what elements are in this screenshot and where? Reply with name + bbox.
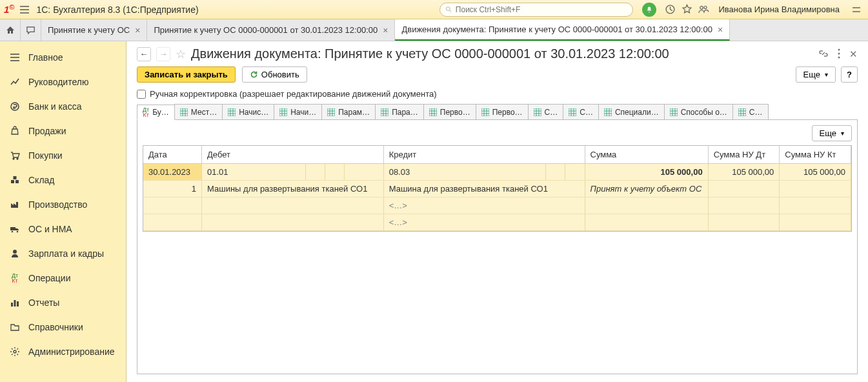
svg-rect-26 <box>228 108 236 116</box>
col-sum-nu-kt[interactable]: Сумма НУ Кт <box>780 146 851 164</box>
close-page-icon[interactable]: ✕ <box>849 48 858 60</box>
tab-1[interactable]: Принятие к учету ОС 0000-000001 от 30.01… <box>147 19 395 41</box>
search-input[interactable] <box>456 5 628 14</box>
favorite-star-icon[interactable]: ☆ <box>176 47 186 61</box>
cell-placeholder[interactable]: <…> <box>383 214 585 231</box>
cell-credit-acc[interactable]: 08.03 <box>383 164 545 181</box>
itab-label: Перво… <box>492 108 523 117</box>
svg-rect-9 <box>15 180 19 183</box>
nav-hr[interactable]: Зарплата и кадры <box>0 241 126 266</box>
table-row[interactable]: <…> <box>143 197 851 214</box>
window-tabs: Принятие к учету ОС × Принятие к учету О… <box>0 19 868 41</box>
cell-comment[interactable]: Принят к учету объект ОС <box>585 181 708 197</box>
close-icon[interactable]: × <box>383 25 388 35</box>
refresh-button[interactable]: Обновить <box>242 66 307 83</box>
svg-rect-66 <box>604 108 612 116</box>
svg-rect-14 <box>11 303 13 307</box>
table-row[interactable]: <…> <box>143 214 851 231</box>
nav-sales[interactable]: Продажи <box>0 119 126 143</box>
nav-purchases[interactable]: Покупки <box>0 143 126 168</box>
itab-7[interactable]: Перво… <box>476 104 529 119</box>
user-name[interactable]: Иванова Ирина Владимировна <box>718 5 840 14</box>
history-icon[interactable] <box>664 4 676 15</box>
grid-icon <box>327 108 335 116</box>
nav-warehouse[interactable]: Склад <box>0 168 126 192</box>
itab-9[interactable]: С… <box>563 104 599 119</box>
itab-10[interactable]: Специали… <box>598 104 665 119</box>
nav-main[interactable]: Главное <box>0 45 126 70</box>
nav-bank[interactable]: Банк и касса <box>0 94 126 119</box>
write-close-button[interactable]: Записать и закрыть <box>137 66 236 83</box>
nav-operations[interactable]: ДтКтОперации <box>0 266 126 290</box>
chart-line-icon <box>9 76 21 88</box>
close-icon[interactable]: × <box>718 25 723 35</box>
sidebar: Главное Руководителю Банк и касса Продаж… <box>0 41 126 382</box>
back-button[interactable]: ← <box>137 47 151 61</box>
kebab-icon[interactable] <box>838 48 840 60</box>
itab-3[interactable]: Начи… <box>274 104 322 119</box>
cell-rownum[interactable]: 1 <box>143 181 202 197</box>
folder-icon <box>9 321 21 333</box>
tab-label: Принятие к учету ОС <box>48 25 130 35</box>
table-row[interactable]: 30.01.2023 01.01 08.03 105 000,00 105 00… <box>143 164 851 181</box>
itab-6[interactable]: Перво… <box>423 104 476 119</box>
hamburger-icon[interactable] <box>19 5 30 15</box>
itab-11[interactable]: Способы о… <box>664 104 733 119</box>
table-row[interactable]: 1 Машины для развертывания тканей СО1 Ма… <box>143 181 851 197</box>
col-sum[interactable]: Сумма <box>585 146 708 164</box>
nav-production[interactable]: Производство <box>0 192 126 217</box>
bag-icon <box>9 125 21 137</box>
manual-correction-row[interactable]: Ручная корректировка (разрешает редактир… <box>137 89 858 99</box>
cell-sum-nu-kt[interactable]: 105 000,00 <box>780 164 851 181</box>
tab-0[interactable]: Принятие к учету ОС × <box>41 19 147 41</box>
svg-rect-76 <box>738 108 746 116</box>
itab-label: Способы о… <box>681 108 727 117</box>
link-icon[interactable] <box>818 48 829 60</box>
users-icon[interactable] <box>698 4 709 15</box>
more-button[interactable]: Еще▾ <box>796 66 836 83</box>
cell-sum-nu-dt[interactable]: 105 000,00 <box>708 164 780 181</box>
forward-button[interactable]: → <box>156 47 170 61</box>
itab-label: Мест… <box>191 108 217 117</box>
col-credit[interactable]: Кредит <box>383 146 585 164</box>
col-debit[interactable]: Дебет <box>202 146 384 164</box>
cell-debit-txt[interactable]: Машины для развертывания тканей СО1 <box>202 181 384 197</box>
star-icon[interactable] <box>681 4 692 15</box>
nav-manager[interactable]: Руководителю <box>0 70 126 94</box>
col-date[interactable]: Дата <box>143 146 202 164</box>
tab-2[interactable]: Движения документа: Принятие к учету ОС … <box>395 19 730 41</box>
cell-placeholder[interactable]: <…> <box>383 197 585 214</box>
itab-12[interactable]: С… <box>732 104 769 119</box>
nav-assets[interactable]: ОС и НМА <box>0 217 126 241</box>
register-tabs: ДтКт Бу… Мест… Начис… Начи… Парам… Пара…… <box>137 104 858 120</box>
manual-correction-checkbox[interactable] <box>137 90 146 99</box>
cell-debit-acc[interactable]: 01.01 <box>202 164 306 181</box>
equals-icon[interactable] <box>849 5 864 15</box>
help-button[interactable]: ? <box>841 66 858 83</box>
itab-8[interactable]: С… <box>528 104 564 119</box>
itab-0[interactable]: ДтКт Бу… <box>137 105 175 120</box>
svg-rect-15 <box>14 300 16 307</box>
cell-sum[interactable]: 105 000,00 <box>585 164 708 181</box>
grid-icon <box>604 108 612 116</box>
postings-table: Дата Дебет Кредит Сумма Сумма НУ Дт Сумм… <box>143 145 852 232</box>
itab-2[interactable]: Начис… <box>222 104 274 119</box>
chat-button[interactable] <box>21 19 41 41</box>
cell-credit-txt[interactable]: Машина для развертывания тканей СО1 <box>383 181 585 197</box>
svg-rect-51 <box>481 108 489 116</box>
itab-5[interactable]: Пара… <box>375 104 424 119</box>
search-box[interactable] <box>439 3 633 17</box>
svg-point-13 <box>13 250 17 254</box>
itab-4[interactable]: Парам… <box>321 104 376 119</box>
close-icon[interactable]: × <box>135 25 140 35</box>
nav-catalogs[interactable]: Справочники <box>0 315 126 339</box>
notifications-button[interactable] <box>642 3 656 17</box>
itab-label: С… <box>749 108 763 117</box>
cell-date[interactable]: 30.01.2023 <box>143 164 202 181</box>
itab-1[interactable]: Мест… <box>174 104 223 119</box>
col-sum-nu-dt[interactable]: Сумма НУ Дт <box>708 146 780 164</box>
nav-reports[interactable]: Отчеты <box>0 290 126 315</box>
nav-admin[interactable]: Администрирование <box>0 339 126 364</box>
home-button[interactable] <box>0 19 21 41</box>
register-more-button[interactable]: Еще▾ <box>812 125 852 141</box>
